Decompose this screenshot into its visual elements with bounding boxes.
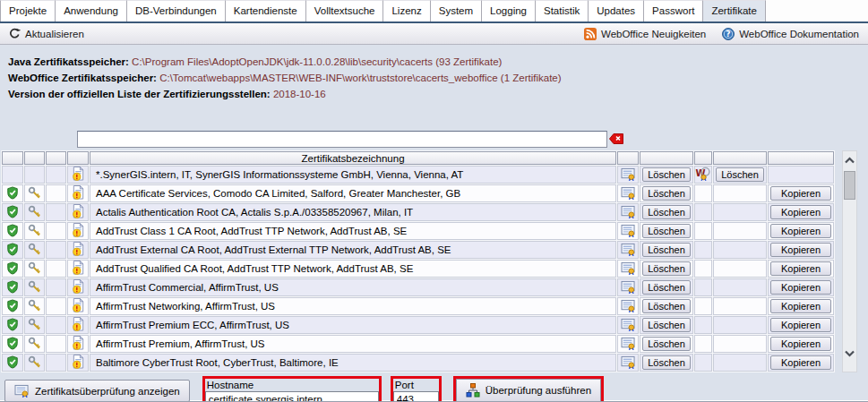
tab-db-verbindungen[interactable]: DB-Verbindungen bbox=[127, 0, 226, 21]
copy-cell bbox=[768, 166, 834, 184]
certificate-name: AddTrust External CA Root, AddTrust Exte… bbox=[90, 241, 616, 259]
view-certificate-icon[interactable] bbox=[621, 167, 636, 181]
trusted-shield-icon bbox=[6, 318, 19, 331]
spacer-cell bbox=[46, 241, 66, 259]
private-key-icon bbox=[28, 261, 41, 275]
scroll-down-icon[interactable] bbox=[845, 350, 855, 357]
copy-certificate-button[interactable]: Kopieren bbox=[770, 205, 831, 219]
delete-certificate-button[interactable]: Löschen bbox=[642, 261, 691, 276]
scroll-up-icon[interactable] bbox=[845, 157, 855, 164]
tab-passwort[interactable]: Passwort bbox=[644, 0, 703, 21]
clear-filter-icon[interactable] bbox=[609, 133, 623, 144]
delete-certificate-button[interactable]: Löschen bbox=[642, 224, 691, 238]
news-link[interactable]: WebOffice Neuigkeiten bbox=[584, 28, 706, 40]
tab-volltextsuche[interactable]: Volltextsuche bbox=[306, 0, 384, 21]
port-input[interactable] bbox=[393, 391, 439, 402]
toolbar: Aktualisieren WebOffice Neuigkeiten ? We… bbox=[0, 23, 868, 45]
hostname-label: Hostname bbox=[205, 379, 379, 391]
copy-certificate-button[interactable]: Kopieren bbox=[770, 337, 831, 351]
copy-certificate-button[interactable]: Kopieren bbox=[770, 186, 831, 201]
info-cell bbox=[67, 222, 89, 240]
delete-certificate-button[interactable]: Löschen bbox=[642, 205, 691, 219]
view-certificate-icon[interactable] bbox=[621, 261, 636, 275]
certificate-name: AffirmTrust Networking, AffirmTrust, US bbox=[90, 297, 616, 315]
copy-certificate-button[interactable]: Kopieren bbox=[770, 299, 831, 313]
delete-cell: Löschen bbox=[640, 278, 693, 296]
weboffice-truststore-line: WebOffice Zertifikatsspeicher: C:\Tomcat… bbox=[8, 70, 868, 86]
copy-certificate-button[interactable]: Kopieren bbox=[770, 224, 831, 238]
delete-certificate-button[interactable]: Löschen bbox=[642, 355, 691, 370]
tab-system[interactable]: System bbox=[431, 0, 482, 21]
tab-kartendienste[interactable]: Kartendienste bbox=[226, 0, 306, 21]
copy-certificate-button[interactable]: Kopieren bbox=[770, 280, 831, 295]
certificate-table-area: Zertifikatsbezeichnung *.SynerGIS.intern… bbox=[1, 150, 868, 372]
view-certificate-icon[interactable] bbox=[621, 243, 636, 256]
run-check-button[interactable]: Überprüfung ausführen bbox=[456, 379, 601, 402]
copy-certificate-button[interactable]: Kopieren bbox=[770, 318, 831, 332]
rss-icon bbox=[584, 28, 597, 40]
copy-cell: Kopieren bbox=[768, 278, 834, 296]
weboffice-cert-cell bbox=[694, 222, 712, 240]
delete-certificate-button[interactable]: Löschen bbox=[642, 318, 691, 332]
certificate-info-icon bbox=[72, 261, 85, 275]
documentation-link[interactable]: ? WebOffice Dokumentation bbox=[722, 28, 859, 40]
tab-logging[interactable]: Logging bbox=[482, 0, 536, 21]
copy-certificate-button[interactable]: Kopieren bbox=[770, 243, 831, 257]
weboffice-truststore-value: C:\Tomcat\webapps\MASTER\WEB-INF\work\tr… bbox=[159, 73, 561, 83]
trusted-shield-icon bbox=[6, 243, 19, 256]
trusted-cell bbox=[2, 316, 23, 334]
delete-certificate-button[interactable]: Löschen bbox=[642, 299, 691, 313]
trusted-cell bbox=[2, 203, 23, 221]
copy-cell: Kopieren bbox=[768, 184, 834, 202]
tab-statistik[interactable]: Statistik bbox=[536, 0, 589, 21]
weboffice-cert-cell bbox=[694, 184, 712, 202]
key-cell bbox=[24, 260, 45, 278]
delete-weboffice-certificate-button[interactable]: Löschen bbox=[716, 167, 764, 182]
vertical-scrollbar[interactable] bbox=[842, 150, 857, 372]
delete-weboffice-cell bbox=[713, 222, 767, 240]
delete-certificate-button[interactable]: Löschen bbox=[642, 167, 691, 182]
tab-anwendung[interactable]: Anwendung bbox=[56, 0, 127, 21]
view-certificate-icon[interactable] bbox=[621, 280, 636, 294]
delete-certificate-button[interactable]: Löschen bbox=[642, 337, 691, 351]
certificate-filter-input[interactable] bbox=[77, 131, 607, 148]
view-certificate-cell bbox=[617, 354, 639, 372]
certificate-row: AffirmTrust Premium ECC, AffirmTrust, US… bbox=[2, 316, 834, 334]
truststore-info: Java Zertifikatsspeicher: C:\Program Fil… bbox=[0, 45, 868, 102]
trusted-cell bbox=[2, 241, 23, 259]
key-cell bbox=[24, 335, 45, 353]
tab-zertifikate[interactable]: Zertifikate bbox=[703, 0, 766, 21]
tab-projekte[interactable]: Projekte bbox=[0, 0, 56, 21]
view-certificate-icon[interactable] bbox=[621, 224, 636, 237]
certificate-name: *.SynerGIS.intern, IT, SynerGIS Informat… bbox=[90, 166, 616, 184]
view-certificate-icon[interactable] bbox=[621, 318, 636, 331]
view-certificate-icon[interactable] bbox=[621, 186, 636, 200]
view-certificate-icon[interactable] bbox=[621, 205, 636, 218]
view-certificate-icon[interactable] bbox=[621, 337, 636, 350]
view-certificate-icon[interactable] bbox=[621, 299, 636, 312]
delete-certificate-button[interactable]: Löschen bbox=[642, 280, 691, 295]
tab-updates[interactable]: Updates bbox=[589, 0, 644, 21]
hostname-input[interactable] bbox=[205, 391, 379, 402]
certificate-row: AddTrust External CA Root, AddTrust Exte… bbox=[2, 241, 834, 259]
copy-cell: Kopieren bbox=[768, 260, 834, 278]
help-icon: ? bbox=[722, 28, 735, 40]
tab-lizenz[interactable]: Lizenz bbox=[383, 0, 430, 21]
trusted-shield-icon bbox=[6, 205, 19, 218]
copy-certificate-button[interactable]: Kopieren bbox=[770, 355, 831, 370]
weboffice-cert-cell bbox=[694, 354, 712, 372]
show-certificate-check-button[interactable]: Zertifikatsüberprüfung anzeigen bbox=[4, 380, 190, 402]
header-copy-col bbox=[768, 151, 834, 165]
delete-certificate-button[interactable]: Löschen bbox=[642, 186, 691, 201]
scrollbar-thumb[interactable] bbox=[844, 171, 855, 200]
key-cell bbox=[24, 203, 45, 221]
view-certificate-cell bbox=[617, 184, 639, 202]
copy-certificate-button[interactable]: Kopieren bbox=[770, 261, 831, 276]
refresh-button[interactable]: Aktualisieren bbox=[9, 28, 84, 39]
certificate-name: Actalis Authentication Root CA, Actalis … bbox=[90, 203, 616, 221]
delete-certificate-button[interactable]: Löschen bbox=[642, 243, 691, 257]
certificate-name: AffirmTrust Premium ECC, AffirmTrust, US bbox=[90, 316, 616, 334]
view-certificate-icon[interactable] bbox=[621, 355, 636, 369]
trusted-cell bbox=[2, 166, 23, 184]
copy-cell: Kopieren bbox=[768, 354, 834, 372]
